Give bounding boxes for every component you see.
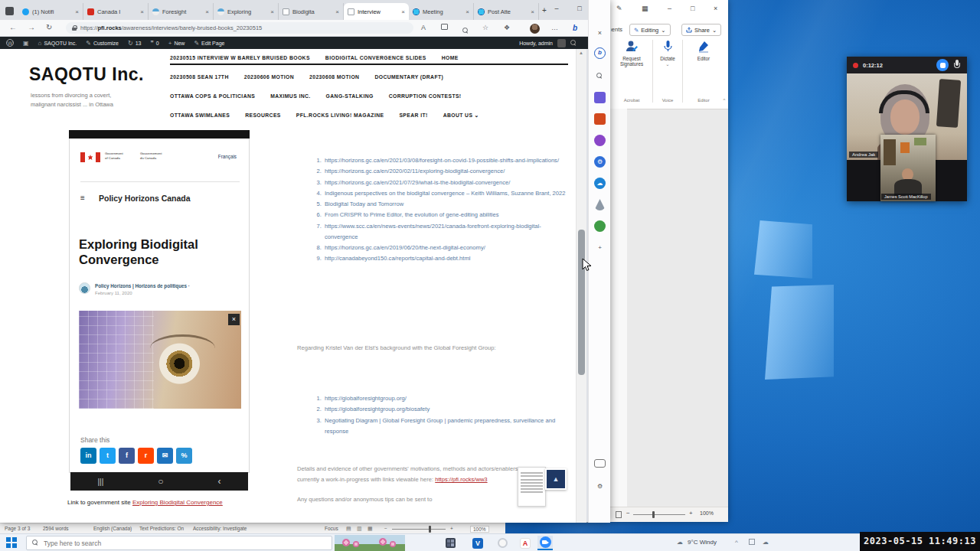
nav-item[interactable]: OTTAWA COPS & POLITICIANS [170, 93, 255, 99]
back-chevron-icon[interactable]: ‹ [218, 476, 221, 487]
tab-canada[interactable]: Canada I× [83, 3, 149, 20]
statusbar-zoom-out[interactable]: − [384, 526, 387, 531]
app-v-button[interactable]: V [470, 536, 485, 550]
wordpress-logo-icon[interactable]: W [6, 39, 14, 47]
settings-more-icon[interactable]: … [551, 24, 558, 31]
reference-link[interactable]: https://www.scc.ca/en/news-events/news/2… [323, 221, 567, 243]
tab-close-icon[interactable]: × [205, 8, 209, 15]
permalink-share-button[interactable]: % [176, 448, 192, 464]
statusbar-zoom-level[interactable]: 100% [470, 526, 489, 533]
reference-link[interactable]: Indigenous perspectives on the biodigita… [323, 188, 567, 199]
tab-biodigital[interactable]: Biodigita× [279, 3, 344, 20]
admin-updates[interactable]: ↻13 [128, 40, 142, 47]
word-document-area[interactable] [610, 109, 728, 507]
admin-search-icon[interactable] [570, 40, 577, 47]
bing-discover-icon[interactable]: b [594, 47, 606, 59]
zoom-out-button[interactable]: − [626, 510, 630, 517]
reload-icon[interactable]: ↻ [46, 23, 52, 31]
dictate-button[interactable]: Dictate ⌄ [655, 40, 681, 96]
facebook-share-button[interactable]: f [119, 448, 135, 464]
admin-comments[interactable]: ❞0 [150, 40, 158, 47]
sidebar-close-icon[interactable]: × [594, 28, 606, 39]
admin-customize[interactable]: ✎Customize [86, 40, 119, 47]
policy-horizons-title[interactable]: Policy Horizons Canada [99, 194, 191, 203]
web-layout-icon[interactable]: ▦ [368, 526, 373, 532]
nav-item[interactable]: OTTAWA SWIMLANES [170, 112, 230, 119]
browser-scrollbar[interactable]: ▲ [576, 49, 586, 523]
back-to-top-button[interactable]: ▲ [545, 468, 567, 490]
print-layout-icon[interactable]: ▥ [357, 526, 362, 532]
microsoft365-icon[interactable] [594, 135, 606, 146]
francais-link[interactable]: Français [218, 154, 237, 159]
system-clock[interactable]: 2023-05-15 11:49:13 [860, 532, 980, 551]
nav-item-about-us[interactable]: ABOUT US ⌄ [443, 112, 479, 119]
language-indicator[interactable]: English (Canada) [93, 526, 132, 531]
reference-link[interactable]: Biodigital Today and Tomorrow [323, 199, 567, 210]
nav-item[interactable]: GANG-STALKING [326, 93, 374, 99]
games-icon[interactable] [594, 113, 606, 125]
sidebar-settings-icon[interactable]: ⚙ [594, 481, 606, 492]
quick-access-pencil-icon[interactable]: ✎ [616, 5, 622, 12]
request-signatures-button[interactable]: Request Signatures [612, 40, 651, 96]
profile-avatar[interactable] [530, 24, 540, 34]
hamburger-menu-icon[interactable]: ≡ [80, 194, 85, 202]
weather-status[interactable]: 9°C Windy [688, 539, 717, 546]
recents-icon[interactable]: ||| [97, 478, 103, 486]
acrobat-button[interactable]: A [518, 536, 533, 550]
back-icon[interactable]: ← [9, 23, 17, 31]
tab-close-icon[interactable]: × [75, 8, 79, 15]
word-minimize-button[interactable]: – [668, 5, 671, 12]
search-input[interactable] [44, 540, 273, 547]
weather-cloud-icon[interactable]: ☁ [677, 539, 683, 546]
ww3-link[interactable]: https://pfi.rocks/ww3 [435, 476, 487, 483]
reference-link[interactable]: https://horizons.gc.ca/en/2021/03/08/for… [323, 155, 567, 166]
nav-item[interactable]: DOCUMENTARY (DRAFT) [374, 74, 443, 80]
outlook-icon[interactable]: ☁ [594, 178, 606, 189]
tab-exploring[interactable]: Exploring× [214, 3, 279, 20]
linkedin-share-button[interactable]: in [80, 448, 96, 464]
collapse-ribbon-icon[interactable]: ^ [720, 98, 728, 103]
scrollbar-up-icon[interactable]: ▲ [579, 51, 583, 55]
start-button[interactable] [6, 537, 17, 548]
forward-icon[interactable]: → [28, 23, 35, 31]
accessibility-indicator[interactable]: Accessibility: Investigate [193, 526, 247, 531]
nav-item[interactable]: 20230515 INTERVIEW W BARELY BRUISED BOOK… [170, 55, 310, 60]
byline-author[interactable]: Policy Horizons | Horizons de politiques… [95, 283, 190, 289]
url-text[interactable]: https://pfi.rocks/awareness/interviews/b… [80, 24, 262, 31]
zoom-slider-track[interactable] [633, 514, 685, 515]
nav-item[interactable]: MAXIMUS INC. [270, 93, 310, 99]
extensions-icon[interactable]: ❖ [504, 24, 510, 31]
tab-close-icon[interactable]: × [270, 8, 274, 15]
word-maximize-button[interactable]: □ [691, 5, 694, 12]
reference-link[interactable]: https://globalforesightgroup.org/biosafe… [323, 404, 567, 415]
drop-icon[interactable] [594, 199, 606, 210]
text-predictions-indicator[interactable]: Text Predictions: On [139, 526, 184, 531]
tab-close-icon[interactable]: × [140, 8, 144, 15]
tab-interview-active[interactable]: Interview× [344, 3, 409, 20]
zoom-in-button[interactable]: + [689, 510, 693, 517]
shopping-icon[interactable] [594, 92, 606, 103]
reference-link[interactable]: https://horizons.gc.ca/en/2021/07/29/wha… [323, 178, 567, 188]
statusbar-zoom-in[interactable]: + [450, 526, 453, 531]
admin-site-name[interactable]: ⌂SAQOTU Inc. [38, 40, 77, 47]
task-view-button[interactable] [443, 536, 458, 550]
tab-close-icon[interactable]: × [531, 8, 534, 15]
reference-link[interactable]: https://horizons.gc.ca/en/2019/06/20/the… [323, 243, 567, 253]
app-circle-button[interactable] [495, 536, 510, 550]
editor-button[interactable]: Editor [684, 40, 723, 96]
reference-link[interactable]: https://horizons.gc.ca/en/2020/02/11/exp… [323, 166, 567, 177]
browser-minimize-button[interactable]: – [547, 2, 567, 15]
zoom-slider-handle[interactable] [652, 511, 655, 518]
tab-twitter-notifications[interactable]: (1) Notifi× [18, 3, 83, 20]
site-title[interactable]: SAQOTU Inc. [29, 64, 144, 85]
word-count[interactable]: 2594 words [43, 526, 69, 531]
word-close-button[interactable]: × [714, 5, 717, 12]
sidebar-add-icon[interactable]: + [594, 242, 606, 253]
nav-item[interactable]: BIODIGITAL CONVERGENCE SLIDES [325, 55, 426, 60]
onedrive-icon[interactable]: ☁ [763, 539, 769, 546]
tray-device-icon[interactable] [749, 539, 755, 545]
nav-item[interactable]: 20230606 MOTION [244, 74, 294, 80]
email-share-button[interactable]: ✉ [157, 448, 173, 464]
image-creator-icon[interactable]: ⚙ [594, 156, 606, 168]
nav-item[interactable]: 20230608 MOTION [309, 74, 359, 80]
